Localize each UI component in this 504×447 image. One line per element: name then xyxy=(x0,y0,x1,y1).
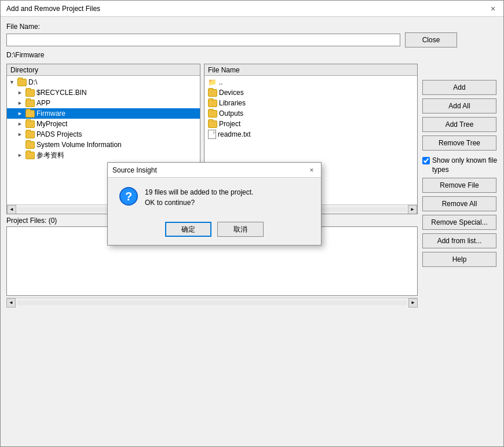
dialog-message-line2: OK to continue? xyxy=(145,197,253,208)
source-insight-dialog: Source Insight × ? 19 files will be adde… xyxy=(107,162,322,246)
dialog-overlay: Source Insight × ? 19 files will be adde… xyxy=(0,0,504,447)
dialog-title-bar: Source Insight × xyxy=(108,163,321,178)
question-icon: ? xyxy=(119,187,138,206)
dialog-message-row: ? 19 files will be added to the project.… xyxy=(119,187,309,208)
dialog-message: 19 files will be added to the project. O… xyxy=(145,187,253,208)
dialog-close-button[interactable]: × xyxy=(307,166,316,174)
dialog-title: Source Insight xyxy=(112,166,157,174)
dialog-message-line1: 19 files will be added to the project. xyxy=(145,187,253,197)
dialog-body: ? 19 files will be added to the project.… xyxy=(108,178,321,245)
dialog-ok-button[interactable]: 确定 xyxy=(165,222,211,237)
dialog-cancel-button[interactable]: 取消 xyxy=(217,222,264,237)
dialog-buttons: 确定 取消 xyxy=(119,217,309,239)
